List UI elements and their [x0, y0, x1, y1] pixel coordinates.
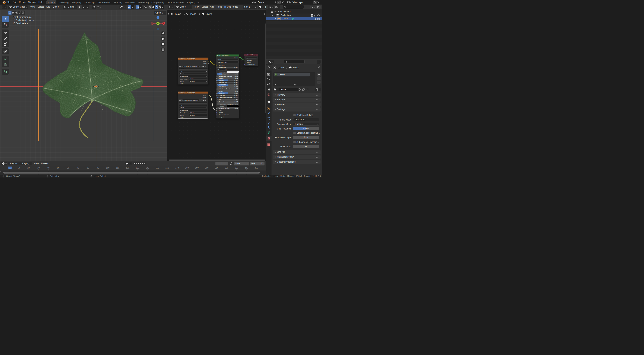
- svg-text:Z: Z: [158, 17, 158, 19]
- svg-text:-Y: -Y: [157, 22, 159, 24]
- svg-text:X: X: [163, 22, 164, 24]
